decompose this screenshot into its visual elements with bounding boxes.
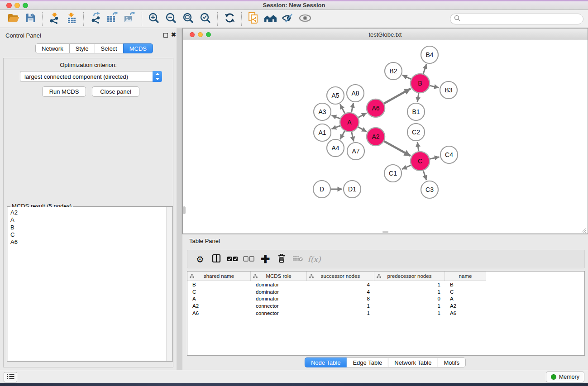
graph-edge-B-B4[interactable]	[423, 64, 426, 74]
copy-documents-icon	[248, 12, 259, 26]
graph-edge-B-B3[interactable]	[430, 86, 439, 88]
column-header-predecessor-nodes[interactable]: Box="0 0 10 10">predecessor nodes	[374, 272, 445, 281]
graph-edge-A-A6[interactable]	[358, 113, 366, 118]
graph-edge-C-C3[interactable]	[423, 171, 426, 180]
graph-node-label-C: C	[418, 157, 422, 165]
table-cell: A6	[187, 310, 251, 316]
graph-edge-A2-C[interactable]	[384, 141, 411, 156]
task-history-button[interactable]	[4, 372, 17, 382]
table-cell: A2	[445, 303, 486, 309]
close-panel-icon[interactable]: ✖	[171, 31, 176, 39]
result-item-a6[interactable]: A6	[8, 238, 172, 246]
export-network-icon	[90, 12, 102, 26]
table-cell: B	[445, 282, 486, 287]
select-all-button[interactable]	[225, 252, 241, 267]
zoom-selected-icon	[200, 12, 211, 26]
result-item-b[interactable]: B	[8, 224, 172, 231]
graph-node-label-A7: A7	[352, 148, 359, 155]
tab-style[interactable]: Style	[69, 43, 95, 53]
table-row-a2[interactable]: A2connector11A2	[187, 302, 584, 310]
network-horizontal-scroll-thumb[interactable]	[382, 231, 388, 233]
network-canvas[interactable]: B4B2BB3A5A8A6B1A3AC2A1A2A4A7C4CC1DD1C3	[183, 40, 588, 234]
tab-node-table[interactable]: Node Table	[305, 357, 347, 367]
table-row-a[interactable]: Adominator80A	[187, 295, 584, 303]
plus-icon: ✚	[261, 253, 270, 266]
toolbar-separator	[241, 12, 242, 26]
hide-selected-button[interactable]	[279, 11, 296, 27]
zoom-fit-button[interactable]	[180, 11, 197, 27]
result-item-c[interactable]: C	[8, 231, 172, 238]
deselect-all-button[interactable]	[241, 252, 257, 267]
memory-button[interactable]: Memory	[546, 372, 584, 382]
graph-edge-B-B1[interactable]	[417, 93, 419, 102]
tab-mcds[interactable]: MCDS	[123, 43, 153, 53]
search-field[interactable]	[450, 14, 583, 24]
graph-edge-C-C1[interactable]	[402, 165, 411, 169]
window-resize-grip[interactable]	[581, 227, 587, 233]
table-row-b[interactable]: Bdominator41B	[187, 281, 584, 288]
trash-icon	[277, 253, 286, 265]
graph-edge-A-A1[interactable]	[332, 126, 340, 129]
table-row-a6[interactable]: A6connector11A6	[187, 310, 584, 317]
column-header-name[interactable]: name	[445, 272, 486, 281]
import-network-button[interactable]	[46, 11, 63, 27]
zoom-fit-icon	[182, 12, 194, 26]
graph-node-label-D1: D1	[348, 186, 356, 193]
table-cell: 4	[307, 282, 374, 287]
mcds-result-list[interactable]: A2ABCA6	[8, 207, 172, 361]
graph-node-label-A: A	[347, 119, 352, 126]
tab-motifs[interactable]: Motifs	[437, 357, 466, 367]
application-window: Session: New Session	[0, 0, 588, 386]
tab-network[interactable]: Network	[35, 43, 70, 53]
export-network-button[interactable]	[87, 11, 104, 27]
delete-table-button	[290, 252, 306, 267]
graph-edge-A-A2[interactable]	[358, 127, 367, 132]
table-row-c[interactable]: Cdominator41C	[187, 288, 584, 295]
export-table-button[interactable]	[104, 11, 121, 27]
result-list-scrollbar[interactable]	[166, 207, 172, 361]
graph-edge-C-C2[interactable]	[417, 142, 419, 151]
graph-edge-A-A8[interactable]	[351, 103, 353, 113]
delete-selected-button[interactable]	[273, 252, 290, 267]
criterion-dropdown[interactable]: largest connected component (directed)	[20, 71, 162, 82]
network-vertical-scroll-thumb[interactable]	[183, 206, 186, 214]
column-header-mcds-role[interactable]: Box="0 0 10 10">MCDS role	[251, 272, 307, 281]
table-settings-button[interactable]: ⚙	[192, 252, 208, 267]
add-column-button[interactable]: ✚	[257, 252, 273, 267]
network-overview-button[interactable]	[262, 11, 279, 27]
graph-edge-A-A3[interactable]	[332, 115, 340, 119]
graph-edge-A-A7[interactable]	[352, 132, 354, 142]
tab-select[interactable]: Select	[95, 43, 124, 53]
graph-edge-A6-B[interactable]	[384, 89, 411, 104]
zoom-out-button[interactable]	[163, 11, 180, 27]
copy-network-button[interactable]	[245, 11, 262, 27]
network-graph[interactable]: B4B2BB3A5A8A6B1A3AC2A1A2A4A7C4CC1DD1C3	[183, 40, 588, 234]
split-table-view-button[interactable]	[208, 252, 225, 267]
apply-layout-button[interactable]	[221, 11, 238, 27]
result-item-a2[interactable]: A2	[8, 209, 172, 216]
graph-edge-A-A5[interactable]	[340, 105, 345, 114]
graph-node-label-A3: A3	[318, 108, 326, 115]
split-view-icon	[212, 254, 221, 265]
graph-edge-A-A4[interactable]	[340, 131, 345, 139]
show-hidden-button[interactable]	[296, 11, 314, 27]
run-mcds-button[interactable]: Run MCDS	[42, 86, 86, 97]
zoom-selected-button[interactable]	[197, 11, 214, 27]
tab-network-table[interactable]: Network Table	[388, 357, 438, 367]
zoom-in-button[interactable]	[145, 11, 163, 27]
table-cell: C	[187, 289, 251, 295]
open-file-button[interactable]	[5, 11, 22, 27]
import-table-button[interactable]	[63, 11, 80, 27]
search-input[interactable]	[463, 16, 583, 22]
column-header-successor-nodes[interactable]: Box="0 0 10 10">successor nodes	[307, 272, 374, 281]
export-image-button[interactable]	[121, 11, 139, 27]
graph-edge-C-C4[interactable]	[430, 157, 440, 159]
result-item-a[interactable]: A	[8, 216, 172, 224]
graph-edge-B-B2[interactable]	[402, 75, 411, 79]
close-panel-button[interactable]: Close panel	[92, 86, 139, 97]
node-table[interactable]: Box="0 0 10 10">shared nameBox="0 0 10 1…	[187, 271, 585, 356]
float-panel-icon[interactable]	[163, 33, 168, 38]
column-header-shared-name[interactable]: Box="0 0 10 10">shared name	[187, 272, 251, 281]
tab-edge-table[interactable]: Edge Table	[346, 357, 388, 367]
save-session-button[interactable]	[22, 11, 39, 27]
